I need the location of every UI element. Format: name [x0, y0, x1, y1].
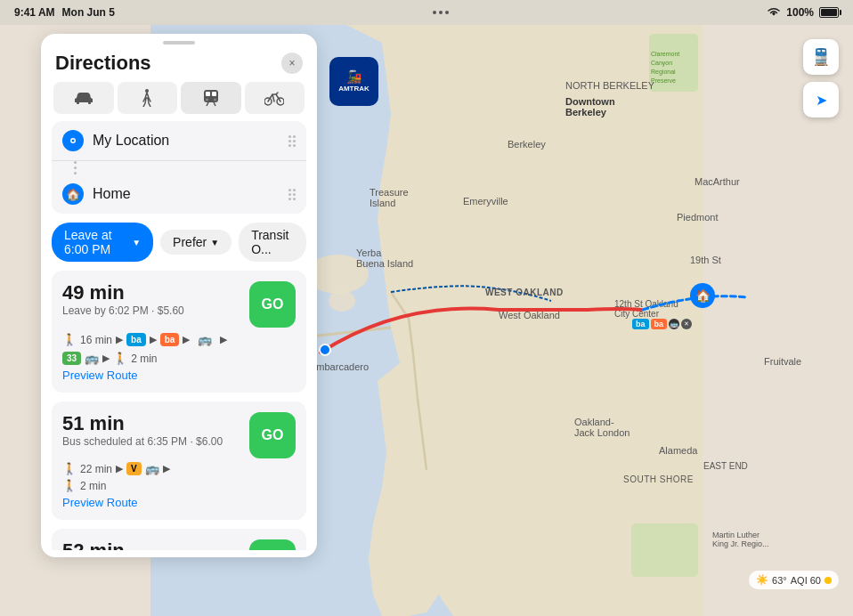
aqi-value: AQI 60 [791, 575, 821, 586]
from-input-row[interactable]: My Location [52, 121, 306, 161]
car-icon [74, 91, 93, 105]
route-inputs: My Location 🏠 Home [52, 121, 306, 214]
chevron-down-icon: ▼ [132, 238, 141, 247]
walk-icon-1: 🚶 [62, 333, 77, 346]
prefer-button[interactable]: Prefer ▼ [160, 230, 232, 255]
prefer-chevron-icon: ▼ [210, 238, 219, 247]
route-cards: 49 min Leave by 6:02 PM · $5.60 GO 🚶 16 … [41, 271, 317, 550]
location-icon [62, 130, 84, 151]
svg-rect-9 [631, 523, 698, 577]
aqi-badge: ☀️ 63° AQI 60 [749, 571, 839, 589]
badge-ba-orange: ba [160, 333, 180, 346]
walk-icon-2b: 🚶 [62, 479, 77, 492]
badge-bus: 🚌 [193, 331, 216, 348]
transit-options-button[interactable]: Transit O... [239, 223, 306, 262]
bart-badges: ba ba 🚌 ✕ [632, 319, 692, 329]
map-controls: 🚆 ➤ [803, 39, 839, 118]
status-left: 9:41 AM Mon Jun 5 [14, 6, 115, 19]
svg-rect-13 [212, 92, 216, 96]
directions-panel: Directions × [41, 34, 317, 557]
route-connector [52, 161, 306, 174]
status-right: 100% [767, 6, 839, 19]
route-1-icons-row2: 33 🚌 ▶ 🚶 2 min [62, 352, 296, 365]
from-label: My Location [93, 133, 280, 149]
go-button-1[interactable]: GO [249, 281, 296, 328]
reorder-to [288, 189, 296, 200]
route-card-3: 52 min Leave by 6:19 PM · $8.10 GO 🚶 5 m… [52, 529, 306, 550]
dots-icon [433, 11, 449, 14]
status-center [433, 11, 449, 14]
tab-car[interactable] [53, 82, 114, 114]
svg-line-16 [207, 102, 208, 106]
home-pin: 🏠 [690, 283, 715, 308]
svg-text:Regional: Regional [651, 69, 676, 76]
svg-text:Claremont: Claremont [651, 51, 679, 57]
go-button-3[interactable]: GO [249, 539, 296, 550]
status-date: Mon Jun 5 [62, 6, 115, 19]
walk-icon [141, 89, 153, 107]
close-button[interactable]: × [281, 53, 303, 74]
tab-walk[interactable] [118, 82, 178, 114]
wifi-icon [767, 7, 781, 18]
svg-point-14 [206, 99, 208, 101]
battery-icon [819, 7, 839, 18]
route-2-walk-time1: 22 min [80, 463, 112, 475]
route-2-detail: Bus scheduled at 6:35 PM · $6.00 [62, 435, 223, 448]
badge-v: V [126, 462, 142, 475]
route-card-2: 51 min Bus scheduled at 6:35 PM · $6.00 … [52, 401, 306, 520]
badge-33: 33 [62, 352, 81, 365]
options-bar: Leave at 6:00 PM ▼ Prefer ▼ Transit O... [41, 214, 317, 271]
route-2-walk-time2: 2 min [80, 480, 106, 492]
svg-point-2 [329, 290, 355, 312]
svg-text:Preserve: Preserve [651, 77, 676, 84]
go-button-2[interactable]: GO [249, 412, 296, 458]
route-1-walk-time1: 16 min [80, 334, 112, 346]
walk-icon-2: 🚶 [62, 462, 77, 475]
to-label: Home [93, 186, 280, 202]
svg-line-20 [276, 93, 278, 94]
svg-rect-12 [206, 92, 210, 96]
route-2-time: 51 min [62, 412, 223, 435]
panel-title: Directions [55, 52, 151, 75]
route-1-detail: Leave by 6:02 PM · $5.60 [62, 304, 184, 317]
svg-point-15 [214, 99, 216, 101]
bus-icon-1: 🚌 [85, 352, 99, 365]
route-card-1: 49 min Leave by 6:02 PM · $5.60 GO 🚶 16 … [52, 271, 306, 393]
preview-route-1[interactable]: Preview Route [62, 369, 296, 382]
reorder-from [288, 135, 296, 147]
bus-icon-2: 🚌 [145, 462, 159, 475]
weather-icon: ☀️ [756, 574, 768, 586]
route-1-icons: 🚶 16 min ▶ ba ▶ ba ▶ 🚌 ▶ [62, 331, 296, 348]
route-1-time: 49 min [62, 281, 184, 304]
my-location-dot [319, 344, 331, 356]
battery-percent: 100% [786, 6, 814, 19]
transit-icon [202, 89, 220, 107]
tab-transit[interactable] [181, 82, 241, 114]
route-2-icons-row2: 🚶 2 min [62, 479, 296, 492]
leave-at-button[interactable]: Leave at 6:00 PM ▼ [52, 223, 153, 262]
transport-tabs [41, 82, 317, 121]
preview-route-2[interactable]: Preview Route [62, 496, 296, 509]
route-2-icons: 🚶 22 min ▶ V 🚌 ▶ [62, 462, 296, 475]
drag-handle [163, 41, 195, 45]
panel-header: Directions × [41, 48, 317, 82]
home-icon-small: 🏠 [62, 183, 84, 205]
transit-view-button[interactable]: 🚆 [803, 39, 839, 75]
temperature: 63° [772, 575, 787, 586]
badge-ba-blue: ba [126, 333, 146, 346]
tab-bike[interactable] [245, 82, 305, 114]
bike-icon [264, 90, 284, 106]
walk-icon-1b: 🚶 [113, 352, 127, 365]
svg-line-17 [214, 102, 215, 106]
aqi-dot [825, 577, 832, 584]
amtrak-logo: 🚂 AMTRAK [329, 57, 378, 106]
status-time: 9:41 AM [14, 6, 55, 19]
svg-point-22 [72, 140, 75, 142]
to-input-row[interactable]: 🏠 Home [52, 174, 306, 214]
location-button[interactable]: ➤ [803, 82, 839, 118]
route-1-walk-time2: 2 min [131, 353, 157, 365]
svg-text:Canyon: Canyon [651, 60, 672, 67]
status-bar: 9:41 AM Mon Jun 5 100% [0, 0, 853, 25]
route-3-time: 52 min [62, 539, 184, 550]
